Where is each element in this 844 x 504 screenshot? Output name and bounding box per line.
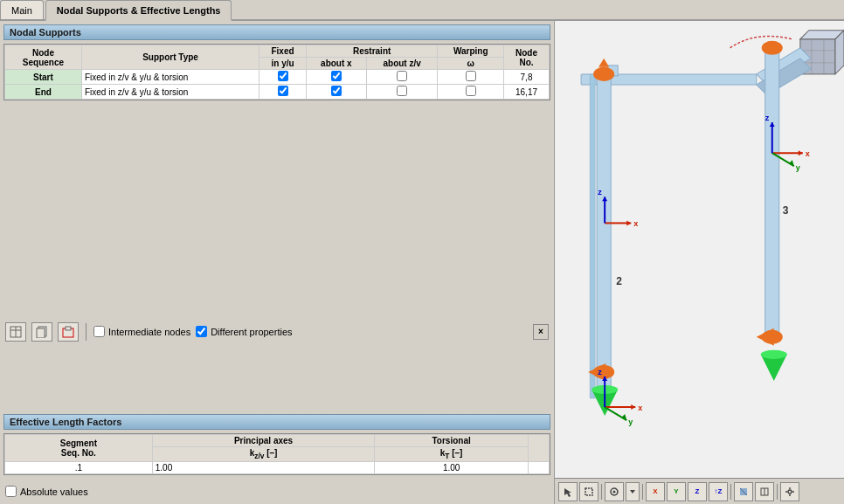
row-end-about-zv[interactable]: [366, 85, 438, 100]
cone-base-right: [761, 350, 787, 359]
vp-btn-settings[interactable]: [780, 482, 799, 501]
y-axis-label: Y: [674, 487, 678, 495]
paste-icon: [62, 326, 74, 338]
main-layout: Nodal Supports NodeSequence Support Type…: [0, 21, 844, 504]
cb-end-about-x[interactable]: [331, 86, 342, 96]
cb-start-warping[interactable]: [466, 71, 476, 81]
nodal-supports-table: NodeSequence Support Type Fixed Restrain…: [4, 45, 550, 100]
dropdown-icon: [628, 487, 637, 496]
th-node-seq: NodeSequence: [5, 45, 82, 70]
eff-row-kz: 1.00: [152, 462, 375, 474]
table-row: Start Fixed in z/v & y/u & torsion 7,8: [5, 70, 550, 85]
svg-text:x: x: [806, 149, 810, 158]
row-end-seq: End: [5, 85, 82, 100]
toolbar-btn-2[interactable]: [31, 322, 52, 342]
left-panel: Nodal Supports NodeSequence Support Type…: [0, 21, 555, 504]
scene-container: 2 3: [555, 21, 844, 478]
viewport-toolbar: X Y Z ↑Z: [555, 478, 844, 504]
vp-btn-view[interactable]: [605, 482, 624, 501]
z-axis-label: Z: [695, 487, 700, 495]
eff-row-empty: [528, 462, 549, 474]
th-fixed-yu: in y/u: [259, 58, 307, 70]
vp-sep-2: [642, 484, 643, 500]
svg-point-55: [788, 490, 792, 494]
vp-sep-3: [730, 484, 731, 500]
cb-start-about-x[interactable]: [331, 71, 342, 81]
th-kt: kT [–]: [375, 447, 529, 462]
nodal-supports-header: Nodal Supports: [3, 24, 550, 40]
right-column: [765, 48, 779, 337]
cursor-icon: [563, 487, 573, 497]
vp-btn-dropdown[interactable]: [626, 482, 640, 501]
cb-end-warping[interactable]: [466, 86, 476, 96]
svg-text:y: y: [796, 163, 800, 172]
vp-btn-render2[interactable]: [755, 482, 774, 501]
cb-start-fixed-yu[interactable]: [278, 71, 288, 81]
toolbar-separator: [86, 323, 86, 341]
settings-icon: [785, 487, 795, 497]
bottom-area: Absolute values: [0, 479, 554, 504]
effective-length-title: Effective Length Factors: [10, 417, 121, 427]
effective-length-table: SegmentSeq. No. Principal axes Torsional…: [4, 434, 550, 474]
intermediate-nodes-checkbox[interactable]: [93, 326, 105, 337]
vp-btn-cursor[interactable]: [558, 482, 578, 501]
z-axis2-label: ↑Z: [715, 487, 723, 495]
cb-end-about-zv[interactable]: [397, 86, 407, 96]
th-seg-seq: SegmentSeq. No.: [5, 435, 153, 462]
row-end-support-type: Fixed in z/v & y/u & torsion: [81, 85, 259, 100]
row-end-about-x[interactable]: [306, 85, 366, 100]
absolute-values-checkbox[interactable]: [5, 486, 17, 497]
vp-btn-select[interactable]: [579, 482, 598, 501]
table-row: .1 1.00 1.00: [5, 462, 550, 474]
vp-btn-z-axis[interactable]: Z: [688, 482, 707, 501]
tab-nodal-label: Nodal Supports & Effective Lengths: [57, 5, 221, 16]
th-restraint-label: Restraint: [306, 45, 438, 58]
svg-text:z: z: [598, 188, 602, 197]
render1-icon: [738, 487, 749, 497]
view-icon: [609, 487, 619, 497]
scene-svg: 2 3: [555, 21, 844, 478]
select-icon: [584, 487, 594, 497]
row-start-about-zv[interactable]: [366, 70, 438, 85]
vp-btn-x-axis[interactable]: X: [646, 482, 665, 501]
svg-text:z: z: [765, 114, 770, 122]
nodal-supports-area: NodeSequence Support Type Fixed Restrain…: [0, 42, 554, 102]
eff-row-kt: 1.00: [375, 462, 529, 474]
svg-marker-50: [630, 490, 635, 494]
toolbar-btn-3[interactable]: [58, 322, 79, 342]
cb-start-about-zv[interactable]: [397, 71, 407, 81]
tab-main[interactable]: Main: [0, 0, 44, 19]
row-end-fixed-yu[interactable]: [259, 85, 307, 100]
tab-main-label: Main: [11, 5, 32, 16]
nodal-supports-title: Nodal Supports: [10, 27, 81, 38]
different-properties-text: Different properties: [211, 327, 292, 337]
col-label-2: 2: [616, 275, 622, 287]
row-start-about-x[interactable]: [306, 70, 366, 85]
col-label-3: 3: [783, 204, 789, 217]
svg-rect-20: [590, 74, 595, 398]
th-warping-omega: ω: [438, 58, 504, 70]
absolute-values-label[interactable]: Absolute values: [5, 486, 88, 497]
vp-btn-y-axis[interactable]: Y: [667, 482, 686, 501]
row-start-warping[interactable]: [438, 70, 504, 85]
close-button[interactable]: ×: [533, 324, 549, 340]
row-end-warping[interactable]: [438, 85, 504, 100]
different-properties-checkbox[interactable]: [196, 326, 207, 337]
vp-btn-render1[interactable]: [734, 482, 753, 501]
cb-end-fixed-yu[interactable]: [278, 86, 288, 96]
nodal-supports-table-container: NodeSequence Support Type Fixed Restrain…: [3, 44, 550, 100]
row-start-fixed-yu[interactable]: [259, 70, 307, 85]
effective-length-header: Effective Length Factors: [3, 414, 550, 430]
th-torsional: Torsional: [375, 435, 529, 447]
intermediate-nodes-label[interactable]: Intermediate nodes: [93, 326, 190, 337]
viewport: 2 3: [555, 21, 844, 478]
vp-sep-1: [601, 484, 602, 500]
tab-nodal[interactable]: Nodal Supports & Effective Lengths: [45, 0, 232, 21]
close-icon: ×: [538, 327, 543, 336]
copy-icon: [36, 326, 48, 338]
different-properties-label[interactable]: Different properties: [196, 326, 292, 337]
vp-btn-z-axis2[interactable]: ↑Z: [709, 482, 728, 501]
th-about-x: about x: [306, 58, 366, 70]
toolbar-btn-1[interactable]: [5, 322, 26, 342]
eff-row-seq: .1: [5, 462, 153, 474]
